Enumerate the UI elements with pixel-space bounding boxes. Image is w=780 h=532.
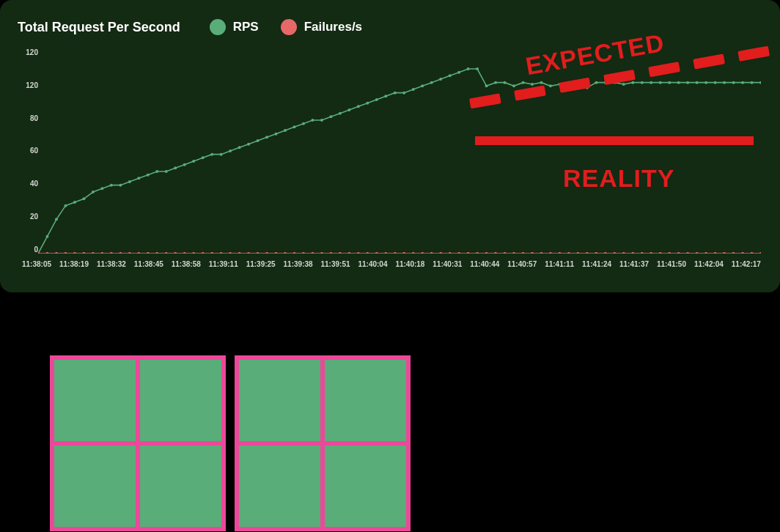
svg-point-113 bbox=[339, 252, 342, 254]
svg-point-83 bbox=[64, 252, 67, 254]
svg-point-76 bbox=[732, 81, 735, 84]
svg-point-104 bbox=[257, 252, 260, 254]
svg-point-155 bbox=[723, 252, 726, 254]
svg-point-74 bbox=[714, 81, 717, 84]
svg-point-16 bbox=[183, 163, 186, 166]
svg-point-52 bbox=[512, 84, 515, 87]
svg-point-67 bbox=[650, 81, 652, 84]
svg-point-66 bbox=[641, 81, 644, 84]
svg-point-54 bbox=[531, 83, 534, 86]
svg-point-88 bbox=[110, 252, 113, 254]
svg-point-92 bbox=[147, 252, 150, 254]
x-axis: 11:38:0511:38:1911:38:3211:38:4511:38:58… bbox=[22, 260, 761, 268]
svg-point-98 bbox=[202, 252, 205, 254]
x-tick: 11:38:45 bbox=[134, 260, 163, 268]
y-tick: 120 bbox=[26, 48, 38, 56]
x-tick: 11:38:32 bbox=[97, 260, 126, 268]
svg-point-78 bbox=[751, 81, 754, 84]
svg-point-107 bbox=[284, 252, 287, 254]
svg-point-106 bbox=[275, 252, 278, 254]
svg-point-12 bbox=[147, 174, 150, 177]
svg-point-157 bbox=[741, 252, 744, 254]
svg-point-143 bbox=[613, 252, 616, 254]
svg-point-124 bbox=[439, 252, 442, 254]
svg-point-27 bbox=[284, 129, 287, 132]
svg-point-23 bbox=[247, 143, 250, 146]
svg-point-84 bbox=[73, 252, 76, 254]
svg-point-50 bbox=[494, 81, 497, 84]
core-cell bbox=[325, 446, 406, 527]
svg-point-136 bbox=[549, 252, 552, 254]
svg-point-71 bbox=[686, 81, 689, 84]
svg-point-126 bbox=[457, 252, 460, 254]
x-tick: 11:39:11 bbox=[209, 260, 238, 268]
svg-point-90 bbox=[128, 252, 131, 254]
legend-item-failures[interactable]: Failures/s bbox=[281, 19, 362, 35]
chart-panel: Total Request Per Second RPS Failures/s … bbox=[0, 0, 780, 292]
circle-icon bbox=[210, 19, 226, 35]
svg-point-146 bbox=[641, 252, 644, 254]
svg-point-68 bbox=[659, 81, 662, 84]
svg-point-144 bbox=[622, 252, 625, 254]
svg-point-158 bbox=[751, 252, 754, 254]
svg-point-100 bbox=[220, 252, 223, 254]
svg-point-130 bbox=[494, 252, 497, 254]
svg-point-73 bbox=[704, 81, 707, 84]
svg-point-127 bbox=[467, 252, 470, 254]
x-tick: 11:38:58 bbox=[172, 260, 201, 268]
svg-point-65 bbox=[631, 81, 634, 84]
reality-solid-line bbox=[475, 136, 754, 145]
svg-point-20 bbox=[220, 153, 223, 156]
x-tick: 11:38:05 bbox=[22, 260, 51, 268]
svg-point-118 bbox=[384, 252, 387, 254]
svg-point-152 bbox=[696, 252, 699, 254]
y-tick: 120 bbox=[26, 81, 38, 89]
svg-point-123 bbox=[430, 252, 433, 254]
svg-point-128 bbox=[476, 252, 479, 254]
svg-point-31 bbox=[320, 119, 323, 122]
svg-point-121 bbox=[412, 252, 415, 254]
x-tick: 11:40:04 bbox=[358, 260, 387, 268]
svg-point-89 bbox=[119, 252, 122, 254]
svg-point-135 bbox=[540, 252, 542, 254]
svg-point-77 bbox=[741, 81, 744, 84]
svg-point-114 bbox=[347, 252, 350, 254]
legend-label-rps: RPS bbox=[233, 20, 259, 34]
core-cell bbox=[140, 360, 221, 441]
svg-point-103 bbox=[247, 252, 250, 254]
legend-item-rps[interactable]: RPS bbox=[210, 19, 259, 35]
svg-point-34 bbox=[347, 108, 350, 111]
core-cell bbox=[140, 446, 221, 527]
core-cell bbox=[239, 446, 320, 527]
svg-point-81 bbox=[46, 252, 49, 254]
x-tick: 11:39:38 bbox=[284, 260, 313, 268]
svg-point-53 bbox=[522, 81, 525, 84]
svg-point-48 bbox=[476, 67, 479, 70]
svg-point-153 bbox=[704, 252, 707, 254]
svg-point-17 bbox=[192, 160, 195, 163]
svg-point-129 bbox=[485, 252, 488, 254]
svg-point-140 bbox=[586, 252, 589, 254]
svg-point-141 bbox=[595, 252, 597, 254]
svg-point-7 bbox=[100, 187, 103, 190]
circle-icon bbox=[281, 19, 297, 35]
svg-point-91 bbox=[137, 252, 140, 254]
svg-point-122 bbox=[421, 252, 424, 254]
svg-point-120 bbox=[402, 252, 405, 254]
y-tick: 80 bbox=[30, 114, 38, 122]
x-tick: 11:40:18 bbox=[395, 260, 424, 268]
svg-point-6 bbox=[92, 191, 95, 193]
svg-point-87 bbox=[100, 252, 103, 254]
x-tick: 11:38:19 bbox=[59, 260, 89, 268]
svg-point-55 bbox=[540, 81, 542, 84]
x-tick: 11:42:17 bbox=[732, 260, 761, 268]
svg-point-29 bbox=[302, 122, 305, 125]
svg-point-110 bbox=[311, 252, 314, 254]
svg-point-14 bbox=[165, 170, 168, 173]
svg-point-85 bbox=[82, 252, 85, 254]
svg-point-154 bbox=[714, 252, 717, 254]
svg-point-15 bbox=[174, 166, 177, 169]
svg-point-36 bbox=[366, 102, 369, 105]
svg-point-95 bbox=[174, 252, 177, 254]
svg-point-39 bbox=[394, 92, 397, 95]
